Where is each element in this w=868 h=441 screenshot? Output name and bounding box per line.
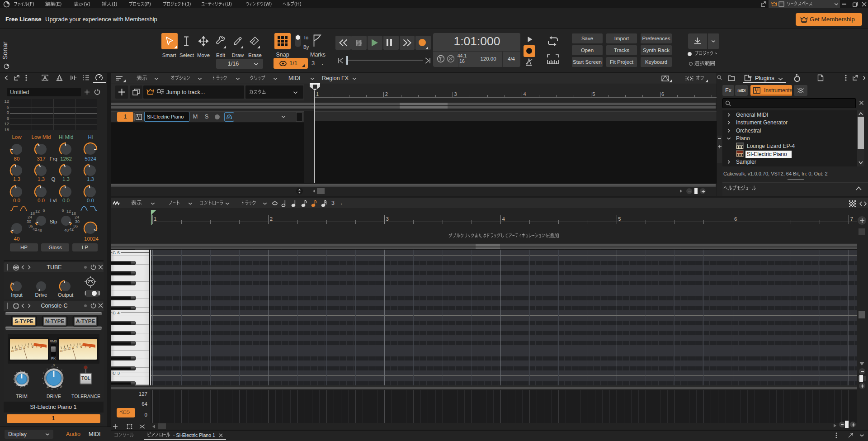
svg-text:12: 12 — [19, 347, 22, 350]
svg-text:3: 3 — [76, 346, 78, 349]
svg-text:3: 3 — [27, 346, 29, 349]
svg-text:4: 4 — [502, 216, 505, 222]
svg-text:3: 3 — [45, 346, 47, 349]
svg-text:A: A — [228, 115, 231, 120]
svg-text:0: 0 — [32, 345, 33, 348]
svg-text:10: 10 — [63, 348, 67, 351]
svg-text:12: 12 — [67, 347, 71, 350]
svg-text:7: 7 — [850, 216, 853, 222]
svg-text:0: 0 — [80, 345, 82, 348]
svg-text:2: 2 — [89, 345, 91, 348]
svg-text:1: 1 — [85, 345, 86, 348]
svg-text:6: 6 — [734, 216, 737, 222]
svg-text:20: 20 — [11, 350, 14, 352]
svg-text:3: 3 — [454, 91, 457, 97]
svg-text:1: 1 — [316, 91, 319, 97]
svg-text:6: 6 — [661, 91, 664, 97]
svg-text:2: 2 — [385, 91, 388, 97]
svg-text:3: 3 — [94, 346, 95, 349]
svg-text:20: 20 — [60, 350, 63, 352]
svg-text:5: 5 — [592, 91, 595, 97]
svg-text:2: 2 — [40, 345, 42, 348]
svg-text:10: 10 — [14, 348, 18, 351]
svg-text:2: 2 — [270, 216, 273, 222]
svg-text:1: 1 — [36, 345, 38, 348]
svg-text:5: 5 — [618, 216, 621, 222]
svg-text:3: 3 — [386, 216, 389, 222]
svg-text:4: 4 — [523, 91, 526, 97]
